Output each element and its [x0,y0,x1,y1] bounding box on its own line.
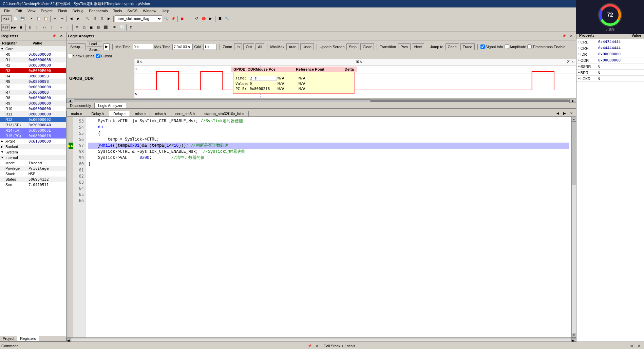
la-cursor-check[interactable]: Cursor [96,54,112,58]
tb-debug-run[interactable]: ○ [186,15,193,22]
tb2-mem2[interactable]: ◻ [81,24,88,31]
tb2-step4[interactable]: || [48,24,55,31]
code-vscrollbar[interactable]: ▲ ▼ [571,117,576,337]
tb-rst[interactable]: RST [1,15,12,22]
tb2-view2[interactable]: 📊 [118,24,125,31]
menu-file[interactable]: File [1,8,13,14]
list-item[interactable]: R120x00000002 [0,117,66,122]
code-hscrollbar[interactable]: ◀ ▶ [67,337,576,342]
code-hscroll-left[interactable]: ◀ [67,338,71,342]
menu-debug[interactable]: Debug [70,8,86,14]
tb2-mem4[interactable]: ⊡ [95,24,102,31]
tb2-extra[interactable]: ⚙ [128,24,134,31]
list-item[interactable]: R90x00000000 [0,100,66,106]
tb-debug-opt[interactable]: ▶ [207,15,214,22]
list-item[interactable]: R40x080005B [0,73,66,79]
la-siginfo-checkbox[interactable] [480,44,485,49]
menu-window[interactable]: Window [140,8,159,14]
code-tab-startup[interactable]: startup_stm32f10x_hd.s [200,111,248,116]
prop-crh[interactable]: +CRH 0x44444444 [576,45,644,51]
tb-build4[interactable]: ▶ [106,15,112,22]
menu-tools[interactable]: Tools [111,8,125,14]
la-amplitude-check[interactable]: Amplitude [505,44,526,49]
tb-paste[interactable]: 📋 [42,15,49,22]
tb-build3[interactable]: ⚙ [98,15,105,22]
la-pin[interactable]: 📌 [561,33,567,39]
target-dropdown[interactable]: turn_sickroom_flag [115,15,162,22]
menu-help[interactable]: Help [159,8,172,14]
reg-panel-pin[interactable]: 📌 [51,33,57,39]
list-item[interactable]: R10x0000003B [0,57,66,62]
code-tab-scroll-left[interactable]: ◀ [554,110,561,116]
la-siginfo-check[interactable]: Signal Info [480,44,503,49]
la-timestamps-checkbox[interactable] [527,44,532,49]
la-zoom-all[interactable]: All [255,43,264,50]
tb-debug-stop[interactable]: ⏹ [179,15,186,22]
prop-brr[interactable]: +BRR 0 [576,70,644,76]
tb2-step3[interactable]: () [41,24,48,31]
la-scroll-thumb[interactable] [74,99,371,102]
tb-nav-fwd[interactable]: ▶ [75,15,82,22]
cmd-panel-pin[interactable]: 📌 [306,343,313,349]
code-tab-corecm3[interactable]: core_cm3.h [171,111,199,116]
la-showcycles-checkbox[interactable] [68,54,72,58]
menu-view[interactable]: View [25,8,38,14]
tb2-stop[interactable]: ⏹ [18,24,24,31]
la-next-btn[interactable]: Next [412,43,424,50]
prop-bsrr[interactable]: +BSRR 0 [576,63,644,70]
list-item[interactable]: R60x00000000 [0,84,66,90]
tb-view-opt[interactable]: ☰ [216,15,223,22]
list-item[interactable]: R110x00000000 [0,111,66,117]
menu-flash[interactable]: Flash [55,8,70,14]
tb-undo[interactable]: ↩ [52,15,58,22]
tb-build[interactable]: 🔨 [84,15,91,22]
tb2-mem3[interactable]: ◼ [88,24,95,31]
list-item[interactable]: ▶xPSR0x61000000 [0,139,66,144]
tab-registers[interactable]: Registers [17,336,39,341]
tb2-debug2[interactable]: ↓ [64,24,71,31]
tb2-debug1[interactable]: → [57,24,64,31]
cs-panel-close[interactable]: ✕ [636,343,643,349]
tb2-mem5[interactable]: ⬛ [102,24,109,31]
la-clear-btn[interactable]: Clear [360,43,374,50]
tb-debug-bp[interactable]: 🔴 [200,15,207,22]
tb2-run[interactable]: ▶▶ [10,24,17,31]
code-hscroll-right[interactable]: ▶ [571,338,576,342]
la-undo-btn[interactable]: Undo [300,43,314,50]
la-stop-btn[interactable]: Stop [346,43,359,50]
reg-system-group[interactable]: ▼ System [0,149,66,155]
reg-core-group[interactable]: ▼ Core [0,46,66,52]
tb-redo[interactable]: ↪ [59,15,65,22]
menu-svcs[interactable]: SVCS [125,8,140,14]
code-tab-miscc[interactable]: misc.c [131,111,150,116]
tb2-view1[interactable]: 👁 [111,24,118,31]
list-item[interactable]: R14 (LR)0x0800005E [0,128,66,133]
la-expand-btn[interactable]: ▶ [103,43,110,50]
tb-debug-reset[interactable]: ↺ [193,15,200,22]
list-item[interactable]: R13 (SP)0x20000040 [0,122,66,128]
tb2-rst[interactable]: RST [1,24,10,31]
list-item[interactable]: R30xE000E000 [0,68,66,73]
la-close[interactable]: ✕ [568,33,575,39]
code-scroll-down[interactable]: ▼ [572,333,576,337]
tb-copy[interactable]: 📋 [35,15,42,22]
code-tab-main[interactable]: main.c [67,111,86,116]
tb-cut[interactable]: ✂ [28,15,35,22]
code-tab-close[interactable]: ✕ [568,110,575,116]
tb-btn2[interactable]: 💾 [19,15,26,22]
la-grid-input[interactable] [203,44,217,50]
la-scroll-right[interactable]: ▶ [569,99,576,103]
code-tab-misch[interactable]: misc.h [151,111,170,116]
cmd-panel-close[interactable]: ✕ [314,343,321,349]
tb-opt2[interactable]: 📌 [170,15,176,22]
la-load-btn[interactable]: Load... [87,41,102,47]
prop-odr[interactable]: +ODR 0x00000000 [576,57,644,63]
la-scroll-left[interactable]: ◀ [67,99,73,103]
la-save-btn[interactable]: Save... [87,47,102,52]
reg-panel-close[interactable]: ✕ [58,33,65,39]
la-waveform-draw[interactable]: 0 s 10 s 21 s 1 0 [134,59,576,98]
list-item[interactable]: R50x080005B [0,79,66,84]
la-auto-btn[interactable]: Auto [286,43,299,50]
la-maxtime-input[interactable] [172,44,193,50]
sub-tab-disassembly[interactable]: Disassembly [67,103,95,108]
